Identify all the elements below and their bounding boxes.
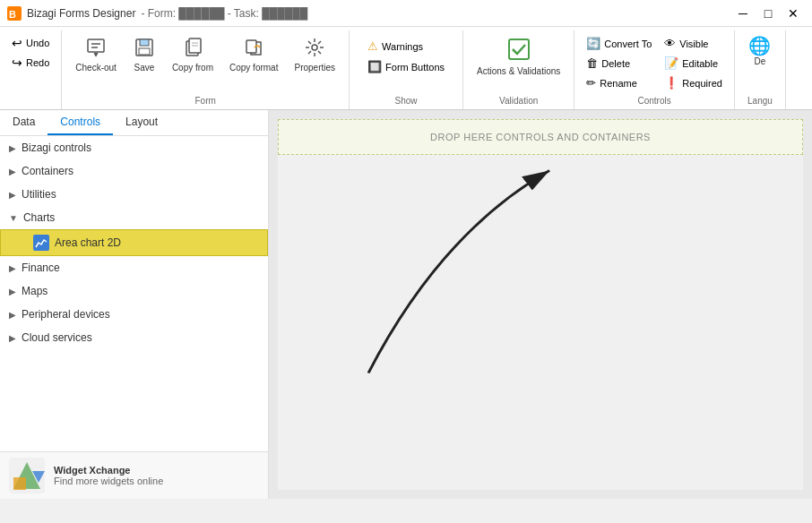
formbuttons-label: Form Buttons (385, 62, 445, 73)
area-chart-icon (33, 235, 49, 251)
sidebar-content: ▶ Bizagi controls ▶ Containers ▶ Utiliti… (0, 136, 268, 451)
sidebar-item-containers[interactable]: ▶ Containers (0, 159, 268, 183)
controls-group-content: 🔄 Convert To 🗑 Delete ✏ Rename 👁 (582, 34, 727, 92)
app-title: Bizagi Forms Designer (27, 7, 135, 20)
de-label: De (755, 56, 766, 66)
sidebar-item-cloud[interactable]: ▶ Cloud services (0, 326, 268, 349)
convertto-label: Convert To (604, 39, 652, 49)
form-label: - Form: ██████ - Task: ██████ (141, 7, 307, 20)
arrow-right-icon: ▶ (9, 143, 16, 153)
controls-group-label: Controls (582, 96, 727, 106)
visible-button[interactable]: 👁 Visible (660, 34, 727, 53)
svg-text:B: B (9, 9, 16, 20)
svg-point-13 (312, 45, 317, 50)
controls-stack-left: 🔄 Convert To 🗑 Delete ✏ Rename (582, 34, 656, 92)
required-button[interactable]: ❗ Required (660, 73, 727, 92)
sidebar-item-finance[interactable]: ▶ Finance (0, 256, 268, 279)
de-button[interactable]: 🌐 De (742, 34, 778, 69)
sidebar-tabs: Data Controls Layout (0, 110, 268, 136)
close-button[interactable]: ✕ (782, 4, 805, 23)
save-icon (134, 37, 155, 61)
undo-label: Undo (26, 38, 49, 48)
required-icon: ❗ (664, 76, 678, 90)
save-label: Save (134, 63, 154, 73)
arrow-right-icon2: ▶ (9, 167, 16, 176)
visible-icon: 👁 (664, 37, 676, 50)
redo-label: Redo (26, 57, 49, 68)
undo-redo-stack: ↩ Undo ↪ Redo (7, 34, 54, 72)
properties-icon (304, 37, 325, 61)
main-area: Data Controls Layout ▶ Bizagi controls ▶… (0, 110, 812, 499)
undo-button[interactable]: ↩ Undo (7, 34, 54, 52)
formbuttons-item[interactable]: 🔲 Form Buttons (363, 57, 449, 76)
canvas-area: DROP HERE CONTROLS AND CONTAINERS (269, 110, 812, 499)
utilities-label: Utilities (22, 188, 56, 201)
undo-icon: ↩ (12, 36, 22, 50)
svg-rect-6 (140, 39, 149, 46)
arrow-right-icon7: ▶ (9, 333, 16, 343)
editable-label: Editable (682, 58, 718, 69)
warnings-button[interactable]: ⚠ Warnings 🔲 Form Buttons (357, 34, 455, 79)
lang-group-label: Langu (742, 96, 778, 106)
tab-data[interactable]: Data (0, 110, 48, 135)
widget-icon (9, 458, 45, 493)
svg-rect-7 (139, 48, 150, 55)
tab-controls[interactable]: Controls (48, 110, 113, 135)
save-button[interactable]: Save (126, 34, 162, 75)
maps-label: Maps (22, 285, 48, 297)
cloud-label: Cloud services (22, 331, 92, 344)
show-group: ⚠ Warnings 🔲 Form Buttons Show (350, 30, 463, 109)
required-label: Required (682, 78, 722, 89)
ribbon-groups: ↩ Undo ↪ Redo Check-out (0, 30, 812, 109)
delete-button[interactable]: 🗑 Delete (582, 54, 656, 73)
checkout-button[interactable]: Check-out (69, 34, 123, 75)
copyformat-icon (243, 37, 264, 61)
sidebar-item-bizagi-controls[interactable]: ▶ Bizagi controls (0, 136, 268, 159)
validation-group: Actions & Validations Validation (463, 30, 574, 109)
maximize-button[interactable]: □ (756, 4, 780, 23)
copyformat-button[interactable]: Copy format (223, 34, 284, 75)
redo-button[interactable]: ↪ Redo (7, 54, 54, 72)
widget-title: Widget Xchange (54, 465, 163, 476)
editable-icon: 📝 (664, 56, 678, 70)
widget-text: Widget Xchange Find more widgets online (54, 465, 163, 486)
show-group-content: ⚠ Warnings 🔲 Form Buttons (357, 34, 455, 92)
canvas-content (278, 155, 803, 490)
arrow-right-icon5: ▶ (9, 287, 16, 296)
lang-group: 🌐 De Langu (735, 30, 786, 109)
rename-button[interactable]: ✏ Rename (582, 73, 656, 92)
svg-rect-18 (13, 477, 26, 490)
drop-zone: DROP HERE CONTROLS AND CONTAINERS (278, 119, 803, 155)
drag-arrow (278, 155, 803, 490)
checkout-icon (85, 37, 107, 61)
actionsvalidations-button[interactable]: Actions & Validations (471, 34, 566, 79)
title-bar-controls[interactable]: ─ □ ✕ (731, 4, 805, 23)
validation-group-content: Actions & Validations (471, 34, 566, 92)
bizagi-controls-label: Bizagi controls (22, 141, 91, 154)
sidebar-item-peripheral[interactable]: ▶ Peripheral devices (0, 303, 268, 326)
arrow-right-icon6: ▶ (9, 310, 16, 320)
svg-rect-2 (88, 39, 104, 52)
warnings-item[interactable]: ⚠ Warnings (363, 37, 449, 56)
convertto-button[interactable]: 🔄 Convert To (582, 34, 656, 53)
minimize-button[interactable]: ─ (731, 4, 755, 23)
svg-rect-14 (509, 39, 529, 59)
sidebar-item-area-chart-2d[interactable]: Area chart 2D (0, 229, 268, 256)
copyfrom-button[interactable]: Copy from (166, 34, 220, 75)
properties-button[interactable]: Properties (288, 34, 341, 75)
editable-button[interactable]: 📝 Editable (660, 54, 727, 73)
de-icon: 🌐 (748, 37, 771, 55)
show-group-label: Show (357, 96, 455, 106)
formbuttons-icon: 🔲 (367, 60, 382, 73)
tab-layout[interactable]: Layout (113, 110, 170, 135)
arrow-right-icon4: ▶ (9, 263, 16, 273)
rename-icon: ✏ (586, 76, 596, 90)
containers-label: Containers (22, 165, 73, 177)
actionsvalidations-label: Actions & Validations (477, 66, 560, 76)
widget-bar[interactable]: Widget Xchange Find more widgets online (0, 451, 268, 499)
finance-label: Finance (22, 262, 60, 274)
controls-stack-right: 👁 Visible 📝 Editable ❗ Required (660, 34, 727, 92)
sidebar-item-charts[interactable]: ▼ Charts (0, 206, 268, 229)
sidebar-item-maps[interactable]: ▶ Maps (0, 279, 268, 303)
sidebar-item-utilities[interactable]: ▶ Utilities (0, 183, 268, 206)
